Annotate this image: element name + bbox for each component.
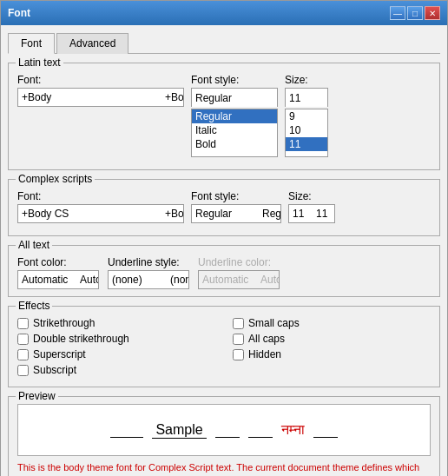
latin-style-list[interactable]: Regular Italic Bold <box>191 109 278 157</box>
preview-underscore-right <box>313 423 338 438</box>
font-color-dropdown[interactable]: Automatic <box>80 270 99 289</box>
latin-text-group: Latin text Font: +Body <box>8 63 440 170</box>
latin-size-col: Size: 9 10 11 <box>285 74 328 157</box>
preview-hindi-text: नम्ना <box>281 422 305 438</box>
all-text-content: Font color: Automatic Underline style: (… <box>17 253 431 289</box>
underline-style-label: Underline style: <box>108 256 189 268</box>
size-item-11[interactable]: 11 <box>286 137 327 151</box>
complex-style-label: Font style: <box>191 190 281 202</box>
dialog-title: Font <box>8 7 30 19</box>
style-item-bold[interactable]: Bold <box>192 137 277 151</box>
hidden-checkbox[interactable] <box>233 349 244 360</box>
underline-color-input <box>198 270 260 289</box>
preview-sample-text: Sample <box>152 422 206 439</box>
latin-text-content: Font: +Body Font style: Regu <box>17 70 431 157</box>
underline-color-col: Underline color: Automatic <box>198 256 280 289</box>
latin-font-col: Font: +Body <box>17 74 184 107</box>
all-caps-label: All caps <box>248 333 285 345</box>
latin-font-dropdown[interactable]: +Body <box>165 88 184 107</box>
all-caps-checkbox[interactable] <box>233 334 244 345</box>
complex-font-dropdown[interactable]: +Body CS <box>165 204 184 223</box>
latin-size-input[interactable] <box>285 88 328 107</box>
complex-size-input[interactable] <box>288 204 316 223</box>
strikethrough-label: Strikethrough <box>33 317 95 329</box>
double-strikethrough-checkbox[interactable] <box>17 334 29 345</box>
font-dialog: Font — □ ✕ Font Advanced Latin text Font… <box>0 0 448 476</box>
tab-advanced[interactable]: Advanced <box>56 33 128 54</box>
title-bar: Font — □ ✕ <box>1 1 447 25</box>
complex-style-col: Font style: Regular <box>191 190 281 223</box>
underline-color-label: Underline color: <box>198 256 280 268</box>
double-strikethrough-row: Double strikethrough <box>17 333 215 345</box>
superscript-label: Superscript <box>33 348 86 360</box>
tab-bar: Font Advanced <box>8 32 440 54</box>
dialog-content: Font Advanced Latin text Font: +Body <box>1 25 447 476</box>
complex-size-col: Size: 11 <box>288 190 335 223</box>
info-text: This is the body theme font for Complex … <box>17 461 431 476</box>
preview-underscore-mid2 <box>248 423 273 438</box>
close-button[interactable]: ✕ <box>425 6 440 20</box>
complex-font-row: Font: +Body CS Font style: <box>17 190 431 223</box>
size-item-9[interactable]: 9 <box>286 109 327 123</box>
latin-size-list[interactable]: 9 10 11 <box>285 109 328 157</box>
preview-label: Preview <box>16 390 58 402</box>
preview-underscore-left <box>110 423 143 438</box>
all-caps-row: All caps <box>233 333 431 345</box>
subscript-label: Subscript <box>33 364 76 376</box>
latin-style-label: Font style: <box>191 74 278 86</box>
underline-color-dropdown: Automatic <box>260 270 280 289</box>
style-item-regular[interactable]: Regular <box>192 109 277 123</box>
underline-style-col: Underline style: (none) <box>108 256 189 289</box>
superscript-checkbox[interactable] <box>17 349 29 360</box>
latin-font-input[interactable] <box>17 88 165 107</box>
all-text-group: All text Font color: Automatic Underline… <box>8 245 440 297</box>
complex-font-input[interactable] <box>17 204 165 223</box>
latin-font-row: Font: +Body Font style: Regu <box>17 74 431 157</box>
latin-style-input[interactable] <box>191 88 278 107</box>
font-color-col: Font color: Automatic <box>17 256 99 289</box>
complex-size-dropdown[interactable]: 11 <box>316 204 335 223</box>
title-bar-buttons: — □ ✕ <box>390 6 440 20</box>
complex-font-label: Font: <box>17 190 184 202</box>
effects-group: Effects Strikethrough Double strikethrou… <box>8 306 440 387</box>
double-strikethrough-label: Double strikethrough <box>33 333 129 345</box>
tab-font[interactable]: Font <box>8 33 55 54</box>
hidden-row: Hidden <box>233 348 431 360</box>
all-text-label: All text <box>16 239 52 251</box>
complex-scripts-label: Complex scripts <box>16 173 95 185</box>
font-color-input[interactable] <box>17 270 80 289</box>
underline-style-input[interactable] <box>108 270 170 289</box>
restore-button[interactable]: □ <box>407 6 423 20</box>
complex-style-input[interactable] <box>191 204 262 223</box>
subscript-row: Subscript <box>17 364 215 376</box>
latin-font-label: Font: <box>17 74 184 86</box>
small-caps-row: Small caps <box>233 317 431 329</box>
small-caps-checkbox[interactable] <box>233 318 244 329</box>
size-item-10[interactable]: 10 <box>286 123 327 137</box>
superscript-row: Superscript <box>17 348 215 360</box>
strikethrough-row: Strikethrough <box>17 317 215 329</box>
latin-style-col: Font style: Regular Italic Bold <box>191 74 278 157</box>
style-item-italic[interactable]: Italic <box>192 123 277 137</box>
effects-right: Small caps All caps Hidden <box>233 317 431 380</box>
latin-size-label: Size: <box>285 74 328 86</box>
hidden-label: Hidden <box>248 348 281 360</box>
complex-style-dropdown[interactable]: Regular <box>262 204 281 223</box>
complex-scripts-group: Complex scripts Font: +Body CS Font styl <box>8 179 440 236</box>
preview-group: Preview Sample नम्ना This is the body th… <box>8 396 440 476</box>
preview-underscore-mid1 <box>215 423 240 438</box>
minimize-button[interactable]: — <box>390 6 405 20</box>
underline-style-dropdown[interactable]: (none) <box>170 270 189 289</box>
small-caps-label: Small caps <box>248 317 300 329</box>
effects-label: Effects <box>16 300 52 312</box>
complex-size-label: Size: <box>288 190 335 202</box>
complex-scripts-content: Font: +Body CS Font style: <box>17 187 431 223</box>
effects-left: Strikethrough Double strikethrough Super… <box>17 317 215 380</box>
preview-box: Sample नम्ना <box>17 404 431 456</box>
font-color-label: Font color: <box>17 256 99 268</box>
latin-text-label: Latin text <box>16 56 63 69</box>
strikethrough-checkbox[interactable] <box>17 318 29 329</box>
subscript-checkbox[interactable] <box>17 365 29 376</box>
effects-content: Strikethrough Double strikethrough Super… <box>17 314 431 380</box>
complex-font-col: Font: +Body CS <box>17 190 184 223</box>
